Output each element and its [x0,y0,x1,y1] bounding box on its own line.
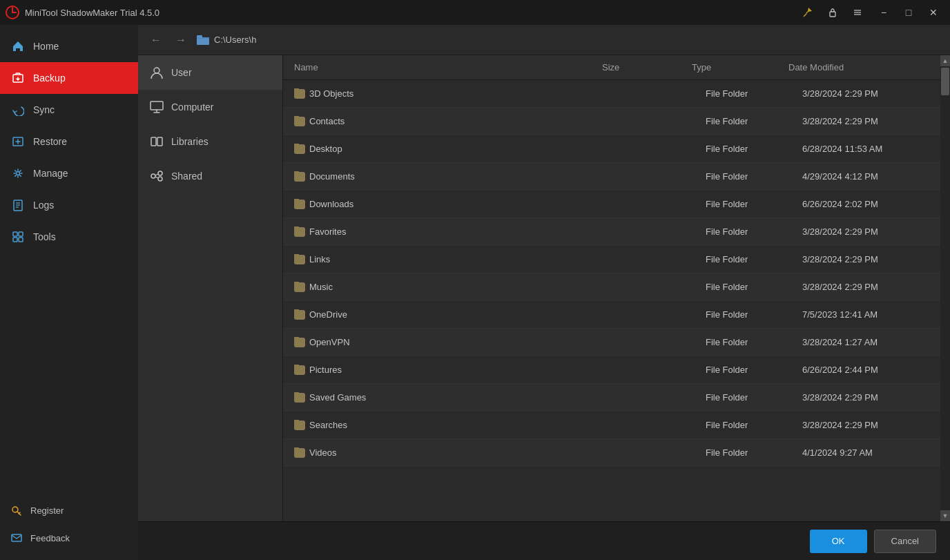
cell-name: Favorites [289,226,610,237]
sidebar-item-manage[interactable]: Manage [0,157,138,189]
sidebar-item-restore[interactable]: Restore [0,126,138,157]
cell-date: 3/28/2024 2:29 PM [797,420,935,430]
register-label: Register [30,505,64,516]
table-row[interactable]: Saved Games File Folder 3/28/2024 2:29 P… [283,384,940,412]
tree-item-shared[interactable]: Shared [138,159,282,193]
table-row[interactable]: OpenVPN File Folder 3/28/2024 1:27 AM [283,329,940,356]
sidebar-item-home[interactable]: Home [0,30,138,62]
table-row[interactable]: Links File Folder 3/28/2024 2:29 PM [283,246,940,273]
table-row[interactable]: Downloads File Folder 6/26/2024 2:02 PM [283,191,940,218]
shared-tree-icon [149,168,164,184]
tree-item-libraries[interactable]: Libraries [138,124,282,159]
cell-date: 3/28/2024 2:29 PM [797,88,935,99]
sidebar-restore-label: Restore [33,136,67,147]
cell-type: File Folder [700,116,797,126]
cell-name: OneDrive [289,309,610,320]
user-tree-icon [149,65,164,80]
col-date[interactable]: Date Modified [783,62,921,73]
cell-type: File Folder [700,392,797,403]
table-row[interactable]: Pictures File Folder 6/26/2024 2:44 PM [283,356,940,384]
sidebar: Home Backup Sync Restore [0,25,138,560]
close-button[interactable]: ✕ [922,3,944,22]
cell-date: 3/28/2024 2:29 PM [797,116,935,126]
cell-name: Saved Games [289,392,610,403]
table-row[interactable]: Favorites File Folder 3/28/2024 2:29 PM [283,218,940,246]
table-row[interactable]: Documents File Folder 4/29/2024 4:12 PM [283,163,940,191]
scrollbar-thumb[interactable] [941,68,949,95]
bottom-bar: OK Cancel [138,521,950,560]
cell-type: File Folder [700,337,797,347]
back-button[interactable]: ← [146,30,166,50]
svg-rect-20 [197,37,209,45]
ok-button[interactable]: OK [810,530,867,553]
svg-rect-19 [12,534,21,541]
sidebar-item-tools[interactable]: Tools [0,221,138,253]
cell-type: File Folder [700,144,797,154]
sidebar-bottom: Register Feedback [0,491,138,560]
manage-icon [11,166,25,180]
sidebar-item-logs[interactable]: Logs [0,189,138,221]
svg-rect-23 [151,102,163,110]
folder-icon [294,393,305,403]
table-row[interactable]: Searches File Folder 3/28/2024 2:29 PM [283,412,940,439]
svg-line-30 [155,177,158,178]
sidebar-home-label: Home [33,41,59,52]
forward-button[interactable]: → [171,30,191,50]
table-row[interactable]: 3D Objects File Folder 3/28/2024 2:29 PM [283,80,940,108]
maximize-button[interactable]: □ [898,3,920,22]
table-row[interactable]: Videos File Folder 4/1/2024 9:27 AM [283,439,940,467]
tree-panel: User Computer Libraries [138,55,283,521]
svg-line-1 [804,14,806,17]
cell-type: File Folder [700,282,797,292]
col-size[interactable]: Size [597,62,686,73]
folder-icon [294,338,305,347]
svg-rect-15 [13,238,17,242]
svg-point-28 [158,177,162,181]
computer-tree-icon [149,99,164,115]
path-icon [196,35,210,46]
sidebar-item-feedback[interactable]: Feedback [0,524,138,552]
scrollbar-thumb-area[interactable] [940,66,950,510]
menu-button[interactable] [848,3,867,22]
cell-type: File Folder [700,365,797,375]
folder-icon [294,365,305,375]
cell-date: 3/28/2024 2:29 PM [797,254,935,264]
sidebar-tools-label: Tools [33,231,56,242]
minimize-button[interactable]: − [873,3,895,22]
cell-type: File Folder [700,420,797,430]
file-list-panel: Name Size Type Date Modified [283,55,940,521]
tree-item-computer[interactable]: Computer [138,90,282,124]
lock-button[interactable] [823,3,842,22]
table-row[interactable]: OneDrive File Folder 7/5/2023 12:41 AM [283,301,940,329]
pin-button[interactable] [798,3,817,22]
cancel-button[interactable]: Cancel [874,530,936,553]
cell-date: 6/26/2024 2:44 PM [797,365,935,375]
cell-name: Downloads [289,199,610,209]
file-browser: User Computer Libraries [138,55,950,521]
cell-date: 7/5/2023 12:41 AM [797,309,935,320]
sidebar-item-register[interactable]: Register [0,496,138,524]
table-row[interactable]: Contacts File Folder 3/28/2024 2:29 PM [283,108,940,135]
table-row[interactable]: Music File Folder 3/28/2024 2:29 PM [283,273,940,301]
col-type[interactable]: Type [686,62,783,73]
sidebar-sync-label: Sync [33,104,55,115]
app-logo [6,6,19,19]
folder-icon [294,200,305,209]
folder-icon [294,421,305,430]
sidebar-item-sync[interactable]: Sync [0,94,138,126]
svg-rect-14 [19,232,23,236]
tree-item-user[interactable]: User [138,55,282,90]
scroll-up-btn[interactable]: ▲ [940,55,950,66]
table-row[interactable]: Desktop File Folder 6/28/2024 11:53 AM [283,135,940,163]
scroll-down-btn[interactable]: ▼ [940,510,950,521]
scrollbar[interactable]: ▲ ▼ [940,55,950,521]
cell-date: 3/28/2024 2:29 PM [797,282,935,292]
svg-rect-21 [197,35,202,38]
libraries-tree-icon [149,134,164,149]
col-name[interactable]: Name [289,62,597,73]
sidebar-item-backup[interactable]: Backup [0,62,138,94]
app-title: MiniTool ShadowMaker Trial 4.5.0 [25,8,798,18]
cell-date: 4/29/2024 4:12 PM [797,171,935,182]
svg-rect-16 [19,238,23,242]
svg-rect-2 [830,12,835,17]
